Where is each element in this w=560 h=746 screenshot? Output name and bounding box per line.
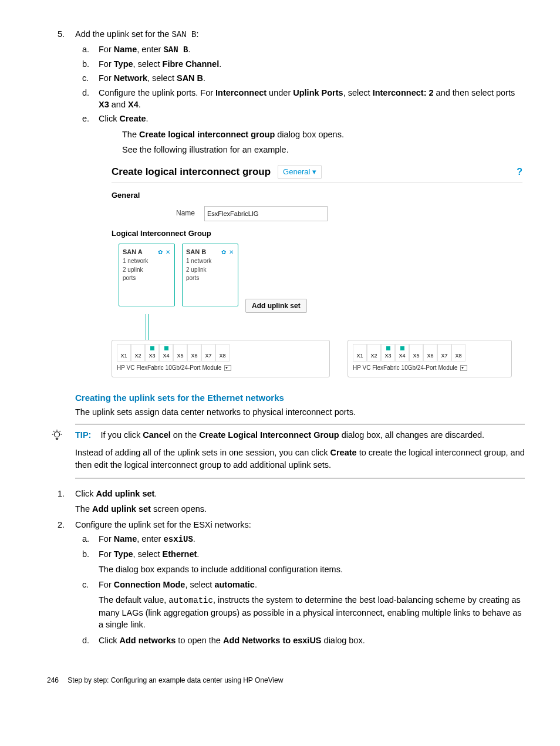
svg-line-6 [60, 431, 60, 431]
step-1: 1. Click Add uplink set. The Add uplink … [75, 488, 525, 515]
step-1-note: The Add uplink set screen opens. [75, 503, 525, 515]
page-content: 5. Add the uplink set for the SAN B: a. … [47, 28, 525, 686]
gear-close-icons[interactable]: ✿ ✕ [158, 248, 171, 256]
step-5d: d. Configure the uplink ports. For Inter… [99, 87, 525, 111]
port[interactable]: X2 [367, 344, 381, 362]
page-footer: 246 Step by step: Configuring an example… [47, 676, 525, 686]
help-icon[interactable]: ? [517, 166, 522, 178]
step-5a: a. For Name, enter SAN B. [99, 43, 525, 56]
step-5e: e. Click Create. The Create logical inte… [99, 113, 525, 156]
screenshot-create-lig: Create logical interconnect group Genera… [112, 163, 522, 377]
step-5c: c. For Network, select SAN B. [99, 72, 525, 84]
lightbulb-icon [50, 429, 63, 442]
port[interactable]: X7 [201, 344, 215, 362]
dialog-header: Create logical interconnect group Genera… [112, 163, 522, 183]
section-lig: Logical Interconnect Group [112, 228, 522, 239]
ports-row-1: X1 X2 X3 X4 X5 X6 X7 X8 [117, 344, 325, 362]
port[interactable]: X1 [353, 344, 367, 362]
step-2b-note: The dialog box expands to include additi… [99, 563, 525, 575]
step-2c-note: The default value, automatic, instructs … [99, 594, 525, 630]
section-general: General [112, 190, 522, 201]
port[interactable]: X5 [409, 344, 423, 362]
step-5b: b. For Type, select Fibre Channel. [99, 58, 525, 70]
tip-block: TIP: If you click Cancel on the Create L… [75, 424, 525, 478]
dropdown-icon [460, 365, 467, 371]
ports-row-2: X1 X2 X3 X4 X5 X6 X7 X8 [353, 344, 507, 362]
step-2d: d. Click Add networks to open the Add Ne… [99, 634, 525, 646]
connection-lines [119, 314, 330, 340]
step-5: 5. Add the uplink set for the SAN B: a. … [75, 28, 525, 156]
port[interactable]: X5 [173, 344, 187, 362]
module-box-1: X1 X2 X3 X4 X5 X6 X7 X8 HP VC FlexFabric… [112, 340, 330, 377]
module-box-2: X1 X2 X3 X4 X5 X6 X7 X8 HP VC FlexFabric… [348, 340, 512, 377]
svg-line-5 [53, 431, 54, 431]
port[interactable]: X3 [381, 344, 395, 362]
port[interactable]: X6 [423, 344, 437, 362]
section-heading-ethernet: Creating the uplink sets for the Etherne… [75, 391, 525, 404]
module-selector-1[interactable]: HP VC FlexFabric 10Gb/24-Port Module [117, 364, 325, 372]
port[interactable]: X6 [187, 344, 201, 362]
step-2a: a. For Name, enter esxiUS. [99, 533, 525, 546]
step-5e-note1: The Create logical interconnect group di… [122, 129, 525, 140]
port[interactable]: X8 [215, 344, 230, 362]
port[interactable]: X8 [451, 344, 465, 362]
page-number: 246 [47, 676, 66, 686]
interconnect-module-1: SAN A✿ ✕ 1 network 2 uplink ports SAN B✿… [112, 244, 330, 377]
port[interactable]: X7 [437, 344, 451, 362]
step-5-lead: Add the uplink set for the SAN B: [75, 29, 198, 39]
tip-p2: Instead of adding all of the uplink sets… [75, 447, 525, 471]
port[interactable]: X4 [395, 344, 409, 362]
interconnect-module-2: X1 X2 X3 X4 X5 X6 X7 X8 HP VC FlexFabric… [348, 244, 512, 377]
tip-p1: TIP: If you click Cancel on the Create L… [75, 429, 525, 441]
svg-point-0 [54, 432, 59, 437]
step-number: 5. [58, 28, 65, 40]
ethernet-intro: The uplink sets assign data center netwo… [75, 406, 525, 418]
port[interactable]: X1 [117, 344, 131, 362]
uplink-set-san-b[interactable]: SAN B✿ ✕ 1 network 2 uplink ports [182, 244, 238, 306]
step-2c: c. For Connection Mode, select automatic… [99, 579, 525, 630]
add-uplink-set-button[interactable]: Add uplink set [245, 299, 307, 313]
section-dropdown[interactable]: General ▾ [278, 165, 322, 179]
port[interactable]: X4 [159, 344, 173, 362]
module-selector-2[interactable]: HP VC FlexFabric 10Gb/24-Port Module [353, 364, 507, 372]
dropdown-icon [224, 365, 231, 371]
footer-title: Step by step: Configuring an example dat… [68, 676, 283, 684]
name-row: Name [176, 206, 522, 221]
gear-close-icons[interactable]: ✿ ✕ [221, 248, 234, 256]
dialog-title: Create logical interconnect group [112, 165, 271, 179]
step-2: 2. Configure the uplink set for the ESXi… [75, 519, 525, 646]
port[interactable]: X2 [131, 344, 145, 362]
uplink-set-san-a[interactable]: SAN A✿ ✕ 1 network 2 uplink ports [119, 244, 175, 306]
step-2b: b. For Type, select Ethernet. The dialog… [99, 548, 525, 576]
port[interactable]: X3 [145, 344, 159, 362]
name-input[interactable] [204, 206, 328, 221]
step-5e-note2: See the following illustration for an ex… [122, 144, 525, 156]
name-label: Name [176, 208, 204, 218]
